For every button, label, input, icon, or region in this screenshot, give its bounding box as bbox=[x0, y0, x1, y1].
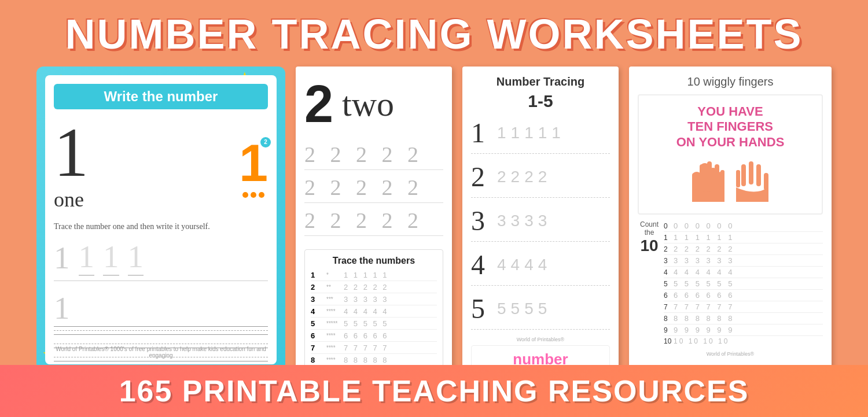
card4-num-row: 4 4444 bbox=[471, 249, 610, 286]
card1-trace-row: 1 1 1 1 bbox=[54, 238, 268, 281]
svg-rect-2 bbox=[707, 161, 712, 184]
card6-trace-row: 8 8 8 8 8 8 8 bbox=[664, 313, 823, 324]
card1-trace-num: 1 bbox=[54, 239, 70, 276]
card1-header: Write the number bbox=[54, 84, 268, 109]
card2-word: two bbox=[342, 84, 394, 124]
card4-trace-chars: 11111 bbox=[497, 124, 561, 142]
card4-num-big: 1 bbox=[471, 117, 491, 149]
card2-header: 2 two bbox=[304, 78, 443, 130]
trace-row: 5*****5 5 5 5 5 bbox=[311, 319, 437, 330]
card1-trace-num: 1 bbox=[128, 238, 144, 276]
card6-trace-row: 9 9 9 9 9 9 9 bbox=[664, 324, 823, 336]
card4-nums-list: 1 11111 2 2222 3 3333 4 4444 bbox=[471, 117, 610, 330]
card1-trace-num: 1 bbox=[79, 238, 95, 276]
card1-dot bbox=[259, 192, 264, 198]
card1-footer: World of Printables® 1000's of free prin… bbox=[45, 346, 277, 359]
card4-footer: World of Printables® bbox=[471, 337, 610, 342]
card6-wiggly-fingers: 10 wiggly fingers YOU HAVETEN FINGERSON … bbox=[629, 67, 832, 373]
bottom-banner-text: 165 PRINTABLE TEACHING RESOURCES bbox=[9, 374, 859, 408]
svg-rect-5 bbox=[764, 173, 768, 190]
trace-row: 6****6 6 6 6 6 bbox=[311, 331, 437, 342]
card4-num-big: 2 bbox=[471, 161, 491, 193]
card4-num-big: 4 bbox=[471, 249, 491, 281]
card4-num-row: 3 3333 bbox=[471, 205, 610, 242]
trace-row: 4****4 4 4 4 4 bbox=[311, 307, 437, 318]
left-hand-icon bbox=[687, 156, 724, 202]
card1-inner: Write the number 1 one 2 1 bbox=[45, 75, 277, 364]
card6-trace-row: 4 4 4 4 4 4 4 bbox=[664, 267, 823, 278]
card6-trace-row: 7 7 7 7 7 7 7 bbox=[664, 301, 823, 313]
svg-rect-4 bbox=[720, 170, 724, 187]
svg-rect-6 bbox=[756, 164, 761, 186]
card2-trace-line: 2 2 2 2 2 bbox=[304, 208, 443, 236]
card2-trace-line: 2 2 2 2 2 bbox=[304, 142, 443, 170]
card1-write-number: ★ ★ ★ ★ ★ Write the number 1 one 2 1 bbox=[36, 67, 285, 373]
card6-trace-row: 0 0 0 0 0 0 0 bbox=[664, 220, 823, 232]
trace-row: 3***3 3 3 3 3 bbox=[311, 295, 437, 305]
card1-orange-number: 2 1 bbox=[239, 137, 268, 189]
svg-rect-8 bbox=[741, 164, 746, 186]
card4-trace-chars: 2222 bbox=[497, 168, 547, 186]
card4-trace-chars: 5555 bbox=[497, 300, 547, 318]
worksheets-row: ★ ★ ★ ★ ★ Write the number 1 one 2 1 bbox=[0, 67, 868, 373]
card1-solid-line bbox=[54, 361, 268, 361]
trace-row: 2**2 2 2 2 2 bbox=[311, 283, 437, 293]
svg-rect-1 bbox=[700, 164, 704, 186]
card1-trace-num: 1 bbox=[103, 238, 119, 276]
card4-num-big: 3 bbox=[471, 205, 491, 237]
card2-big-num: 2 bbox=[304, 78, 333, 130]
card4-subtitle: 1-5 bbox=[471, 91, 610, 111]
trace-row: 7****7 7 7 7 7 bbox=[311, 344, 437, 354]
card1-number-row: 1 one 2 1 bbox=[54, 118, 268, 216]
card4-num-row: 2 2222 bbox=[471, 161, 610, 198]
card2-table-card: Trace the numbers 1*1 1 1 1 1 2**2 2 2 2… bbox=[304, 246, 443, 373]
card1-dot bbox=[242, 192, 248, 198]
card4-num-big: 5 bbox=[471, 293, 491, 324]
bottom-banner: 165 PRINTABLE TEACHING RESOURCES bbox=[0, 365, 868, 417]
right-hand-icon bbox=[736, 156, 774, 202]
card1-dots bbox=[239, 192, 268, 198]
svg-rect-9 bbox=[736, 170, 740, 187]
card1-solid-line bbox=[54, 334, 268, 335]
card2-two: 2 two 2 2 2 2 2 2 2 2 2 2 2 2 2 2 2 Trac… bbox=[296, 67, 452, 373]
card6-trace-row: 3 3 3 3 3 3 3 bbox=[664, 255, 823, 267]
card2-trace-line: 2 2 2 2 2 bbox=[304, 175, 443, 203]
card6-trace-row: 1 1 1 1 1 1 1 bbox=[664, 232, 823, 243]
card6-trace-row: 5 5 5 5 5 5 5 bbox=[664, 278, 823, 290]
card1-dot bbox=[251, 192, 256, 198]
card6-count-label: Count the 10 bbox=[638, 220, 661, 255]
card6-count-num: 10 bbox=[640, 237, 658, 254]
svg-rect-7 bbox=[749, 161, 753, 184]
card6-bold-text: YOU HAVETEN FINGERSON YOUR HANDS bbox=[645, 104, 816, 150]
card6-title: 10 wiggly fingers bbox=[638, 75, 823, 88]
card4-num-row: 5 5555 bbox=[471, 293, 610, 330]
trace-row: 1*1 1 1 1 1 bbox=[311, 271, 437, 281]
card1-trace-single: 1 bbox=[54, 290, 268, 327]
card6-hands bbox=[645, 156, 816, 202]
main-title: NUMBER TRACING WORKSHEETS bbox=[0, 0, 868, 64]
card6-text-box: YOU HAVETEN FINGERSON YOUR HANDS bbox=[638, 94, 823, 215]
card1-line bbox=[54, 344, 268, 344]
card4-num-row: 1 11111 bbox=[471, 117, 610, 154]
card6-trace-row: 10 10 10 10 10 bbox=[664, 336, 823, 346]
svg-rect-3 bbox=[715, 164, 719, 186]
card4-title: Number Tracing bbox=[471, 75, 610, 88]
card1-big-number: 1 bbox=[54, 118, 89, 187]
card4-trace-chars: 3333 bbox=[497, 212, 547, 230]
card6-trace-row: 2 2 2 2 2 2 2 bbox=[664, 243, 823, 255]
card1-subtitle: Trace the number one and then write it y… bbox=[54, 222, 268, 231]
card6-count-area: Count the 10 0 0 0 0 0 0 0 1 1 1 1 1 1 1… bbox=[638, 220, 823, 346]
card4-tracing-1-5: Number Tracing 1-5 1 11111 2 2222 3 3333 bbox=[462, 67, 619, 373]
card6-trace-row: 6 6 6 6 6 6 6 bbox=[664, 290, 823, 301]
card1-line bbox=[54, 330, 268, 331]
card6-trace-table: 0 0 0 0 0 0 0 1 1 1 1 1 1 1 2 2 2 2 2 2 … bbox=[664, 220, 823, 346]
card1-header-text: Write the number bbox=[104, 88, 218, 104]
card4-trace-chars: 4444 bbox=[497, 256, 547, 274]
card3-title-inside: Trace the numbers bbox=[311, 256, 437, 266]
card6-footer: World of Printables® bbox=[638, 351, 823, 357]
svg-rect-0 bbox=[692, 173, 697, 190]
card1-word: one bbox=[54, 187, 89, 212]
